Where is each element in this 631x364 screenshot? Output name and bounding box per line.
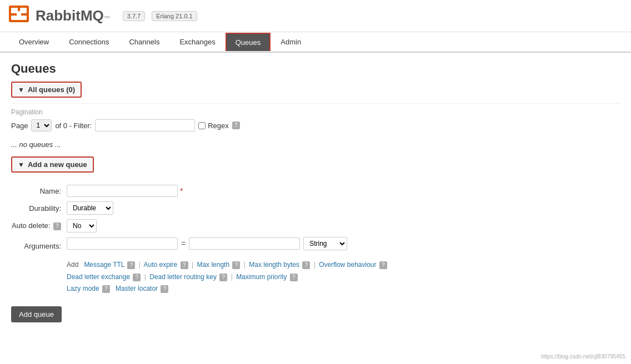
nav-channels[interactable]: Channels bbox=[119, 32, 169, 52]
all-queues-label: All queues (0) bbox=[28, 85, 75, 94]
add-queue-button[interactable]: Add queue bbox=[11, 306, 62, 322]
durability-select[interactable]: Durable Transient bbox=[67, 201, 113, 215]
add-lazy-mode[interactable]: Lazy mode bbox=[67, 285, 99, 292]
header: RabbitMQ™ 3.7.7 Erlang 21.0.1 bbox=[0, 0, 631, 32]
arguments-label: Arguments: bbox=[11, 242, 67, 250]
no-queues-message: ... no queues ... bbox=[11, 140, 620, 149]
overflow-help-icon[interactable]: ? bbox=[379, 261, 387, 269]
svg-rect-3 bbox=[11, 16, 27, 20]
all-queues-section-header[interactable]: ▼ All queues (0) bbox=[11, 82, 82, 98]
name-row: Name: * bbox=[11, 185, 620, 197]
durability-row: Durability: Durable Transient bbox=[11, 201, 620, 215]
add-queue-form: Name: * Durability: Durable Transient Au… bbox=[11, 179, 620, 328]
nav-overview[interactable]: Overview bbox=[9, 32, 59, 52]
add-auto-expire[interactable]: Auto expire bbox=[144, 261, 178, 269]
nav-connections[interactable]: Connections bbox=[59, 32, 119, 52]
all-queues-chevron-icon: ▼ bbox=[18, 86, 24, 94]
regex-row: Regex ? bbox=[198, 122, 240, 130]
maximum-priority-help-icon[interactable]: ? bbox=[290, 274, 298, 281]
dead-letter-routing-key-help-icon[interactable]: ? bbox=[219, 274, 227, 281]
auto-delete-row: Auto delete: ? No Yes bbox=[11, 219, 620, 232]
name-label: Name: bbox=[11, 187, 67, 195]
max-length-bytes-help-icon[interactable]: ? bbox=[302, 261, 310, 269]
dead-letter-exchange-help-icon[interactable]: ? bbox=[133, 274, 141, 281]
nav-queues[interactable]: Queues bbox=[226, 33, 271, 51]
add-master-locator[interactable]: Master locator bbox=[116, 285, 158, 292]
master-locator-help-icon[interactable]: ? bbox=[161, 285, 168, 293]
add-queue-chevron-icon: ▼ bbox=[18, 161, 24, 169]
arguments-row: Arguments: = String Number Boolean bbox=[11, 237, 620, 255]
args-value-input[interactable] bbox=[189, 237, 300, 250]
regex-label: Regex bbox=[208, 122, 229, 130]
app-name: RabbitMQ™ bbox=[36, 7, 111, 24]
args-type-select[interactable]: String Number Boolean bbox=[303, 237, 347, 250]
lazy-mode-help-icon[interactable]: ? bbox=[102, 285, 110, 293]
add-dead-letter-routing-key[interactable]: Dead letter routing key bbox=[149, 273, 217, 281]
pagination-row: Page 1 of 0 - Filter: Regex ? bbox=[11, 119, 620, 132]
svg-rect-4 bbox=[17, 11, 21, 16]
add-queue-section-label: Add a new queue bbox=[28, 160, 87, 169]
page-label: Page bbox=[11, 122, 28, 130]
add-overflow-behaviour[interactable]: Overflow behaviour bbox=[319, 261, 376, 269]
add-dead-letter-exchange[interactable]: Dead letter exchange bbox=[67, 273, 130, 281]
version-badge: 3.7.7 bbox=[123, 11, 145, 21]
auto-delete-select[interactable]: No Yes bbox=[67, 219, 97, 232]
durability-label: Durability: bbox=[11, 204, 67, 213]
args-equals: = bbox=[181, 239, 186, 248]
nav-admin[interactable]: Admin bbox=[271, 32, 311, 52]
auto-expire-help-icon[interactable]: ? bbox=[181, 261, 188, 269]
max-length-help-icon[interactable]: ? bbox=[232, 261, 240, 269]
args-key-input[interactable] bbox=[67, 237, 178, 250]
page-content: Queues ▼ All queues (0) Pagination Page … bbox=[0, 53, 631, 337]
filter-input[interactable] bbox=[95, 119, 195, 132]
add-maximum-priority[interactable]: Maximum priority bbox=[236, 273, 287, 281]
auto-delete-label: Auto delete: ? bbox=[11, 221, 67, 230]
add-queue-section-header[interactable]: ▼ Add a new queue bbox=[11, 156, 94, 173]
message-ttl-help-icon[interactable]: ? bbox=[127, 261, 135, 269]
auto-delete-help-icon[interactable]: ? bbox=[53, 223, 61, 230]
rabbitmq-logo-icon bbox=[9, 6, 29, 26]
add-links-prefix: Add bbox=[67, 261, 78, 269]
add-max-length[interactable]: Max length bbox=[197, 261, 229, 269]
arguments-inputs: = String Number Boolean bbox=[67, 237, 347, 250]
page-select[interactable]: 1 bbox=[31, 119, 52, 132]
regex-help-icon[interactable]: ? bbox=[232, 122, 240, 129]
regex-checkbox[interactable] bbox=[198, 122, 206, 129]
erlang-badge: Erlang 21.0.1 bbox=[152, 11, 197, 21]
logo-area: RabbitMQ™ 3.7.7 Erlang 21.0.1 bbox=[9, 6, 197, 26]
add-links-row: Add Message TTL ? | Auto expire ? | Max … bbox=[67, 259, 620, 295]
nav-exchanges[interactable]: Exchanges bbox=[169, 32, 225, 52]
main-nav: Overview Connections Channels Exchanges … bbox=[0, 32, 631, 53]
add-message-ttl[interactable]: Message TTL bbox=[84, 261, 124, 269]
pagination-label: Pagination bbox=[11, 103, 620, 116]
of-label: of 0 - Filter: bbox=[55, 122, 92, 130]
name-input[interactable] bbox=[67, 185, 178, 197]
page-title: Queues bbox=[11, 62, 620, 76]
required-star: * bbox=[180, 186, 183, 195]
add-max-length-bytes[interactable]: Max length bytes bbox=[249, 261, 299, 269]
